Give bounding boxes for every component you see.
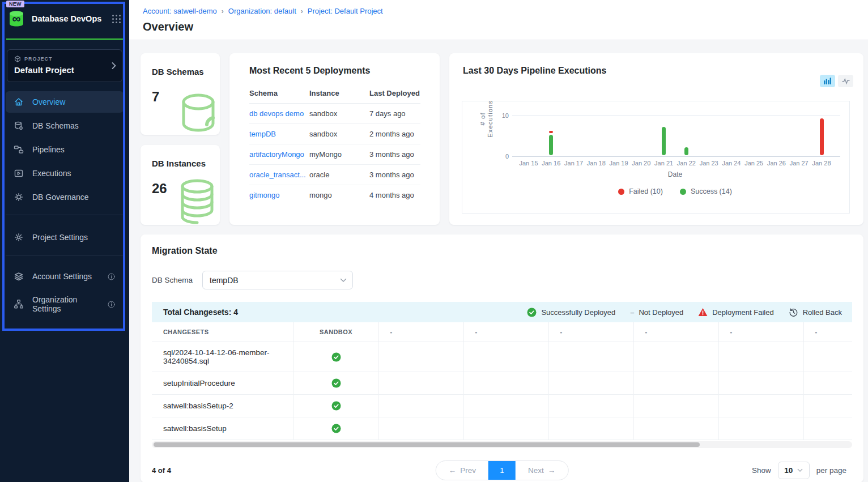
sandbox-status [293, 372, 378, 395]
instance-cell: oracle [309, 165, 369, 185]
instance-cell: sandbox [309, 124, 369, 144]
schema-link[interactable]: artifactoryMongo [249, 150, 304, 159]
instance-cell: myMongo [309, 144, 369, 165]
empty-cell [633, 372, 718, 395]
brand-underline [6, 39, 123, 40]
dash-icon: – [630, 308, 634, 317]
line-chart-toggle-icon[interactable] [838, 75, 853, 87]
migration-title: Migration State [152, 246, 852, 256]
x-tick-label: Jan 28 [809, 160, 835, 167]
success-bar [549, 135, 553, 155]
sidebar-item-project-settings[interactable]: Project Settings [6, 227, 124, 248]
legend-dot [618, 189, 624, 195]
sidebar-item-pipelines[interactable]: Pipelines [6, 139, 124, 160]
project-label: PROJECT [24, 56, 53, 62]
bar-chart-toggle-icon[interactable] [820, 75, 835, 87]
sidebar-item-account-settings[interactable]: Account Settings [6, 266, 124, 287]
db-cylinder-icon [171, 91, 219, 135]
chevron-down-icon [340, 278, 347, 283]
y-tick: 0 [494, 153, 509, 160]
failed-bar [820, 118, 824, 155]
executions-icon [14, 168, 24, 178]
deployments-title: Most Recent 5 Deployments [249, 66, 420, 76]
changeset-name: satwell:basisSetup-2 [152, 395, 293, 417]
sidebar-item-organization-settings[interactable]: Organization Settings [6, 289, 124, 319]
page-1-button[interactable]: 1 [488, 461, 516, 480]
empty-cell [463, 342, 548, 372]
empty-cell [548, 417, 633, 440]
breadcrumb: Account: satwell-demo›Organization: defa… [143, 7, 868, 15]
breadcrumb-link[interactable]: Project: Default Project [308, 7, 383, 15]
schema-link[interactable]: gitmongo [249, 191, 279, 199]
sidebar-item-executions[interactable]: Executions [6, 163, 124, 184]
deployment-row: gitmongo mongo 4 months ago [249, 185, 420, 206]
executions-chart: # ofExecutions100Jan 15Jan 16Jan 17Jan 1… [462, 101, 850, 214]
deployment-row: artifactoryMongo myMongo 3 months ago [249, 144, 420, 165]
horizontal-scrollbar [152, 441, 852, 448]
page-header: Account: satwell-demo›Organization: defa… [129, 0, 868, 40]
status-legend: Successfully Deployed –Not Deployed Depl… [527, 308, 842, 317]
changesets-column-header: - [548, 322, 633, 342]
empty-cell [548, 342, 633, 372]
app-logo-icon: ∞ [7, 9, 26, 28]
show-label: Show [752, 466, 771, 475]
next-page-button[interactable]: Next → [516, 461, 568, 480]
last-deployed-cell: 3 months ago [369, 144, 420, 165]
breadcrumb-link[interactable]: Account: satwell-demo [143, 7, 217, 15]
empty-cell [378, 395, 463, 417]
chevron-down-icon [797, 468, 803, 472]
project-name: Default Project [14, 65, 115, 75]
prev-page-button[interactable]: ← Prev [436, 461, 488, 480]
info-icon[interactable] [107, 272, 116, 281]
failed-bar [549, 131, 553, 133]
sidebar: NEW ∞ Database DevOps PROJECT [0, 0, 129, 482]
db-schemas-icon [14, 121, 24, 131]
project-selector[interactable]: PROJECT Default Project [7, 49, 122, 82]
db-schema-select[interactable]: tempDB [202, 271, 353, 289]
stat-card-db-instances: DB Instances 26 [141, 145, 220, 225]
sidebar-item-label: Overview [32, 97, 65, 106]
sidebar-item-overview[interactable]: Overview [6, 91, 124, 113]
result-count: 4 of 4 [152, 466, 171, 475]
instance-cell: mongo [309, 185, 369, 206]
empty-cell [378, 417, 463, 440]
changesets-summary-bar: Total Changesets: 4 Successfully Deploye… [152, 302, 852, 322]
divider [6, 255, 124, 255]
y-tick: 10 [494, 112, 509, 119]
nav-main: Overview DB Schemas Pipelines Executions… [6, 91, 124, 208]
changesets-column-header: - [633, 322, 718, 342]
sidebar-item-db-governance[interactable]: DB Governance [6, 186, 124, 208]
app-grid-icon[interactable] [112, 14, 121, 24]
sidebar-item-label: DB Governance [32, 193, 89, 202]
schema-link[interactable]: oracle_transact... [249, 170, 306, 179]
breadcrumb-link[interactable]: Organization: default [228, 7, 296, 15]
empty-cell [803, 417, 852, 440]
deployment-row: db devops demo sandbox 7 days ago [249, 104, 420, 124]
changeset-row: sql/2024-10-14-12-06-member-34240854.sql [152, 342, 852, 372]
sidebar-item-label: Executions [32, 169, 71, 178]
deployments-column-header: Instance [309, 84, 369, 104]
page-size-select[interactable]: 10 [778, 462, 810, 479]
empty-cell [378, 342, 463, 372]
empty-cell [463, 372, 548, 395]
legend-item: Deployment Failed [698, 308, 773, 317]
empty-cell [718, 417, 803, 440]
arrow-left-icon: ← [449, 466, 457, 475]
scrollbar-thumb[interactable] [154, 442, 700, 447]
changeset-row: satwell:basisSetup [152, 417, 852, 440]
legend-item: Successfully Deployed [527, 308, 615, 317]
stat-label: DB Instances [152, 159, 220, 168]
new-badge: NEW [6, 1, 24, 7]
account-layers-icon [14, 271, 24, 281]
sidebar-item-db-schemas[interactable]: DB Schemas [6, 115, 124, 137]
instance-cell: sandbox [309, 104, 369, 124]
schema-link[interactable]: db devops demo [249, 109, 304, 118]
empty-cell [718, 342, 803, 372]
info-icon[interactable] [107, 300, 116, 309]
legend-item: Rolled Back [789, 308, 842, 317]
check-circle-icon [527, 308, 537, 317]
schema-link[interactable]: tempDB [249, 130, 276, 138]
last-deployed-cell: 2 months ago [369, 124, 420, 144]
sandbox-status [293, 342, 378, 372]
success-bar [662, 127, 666, 155]
